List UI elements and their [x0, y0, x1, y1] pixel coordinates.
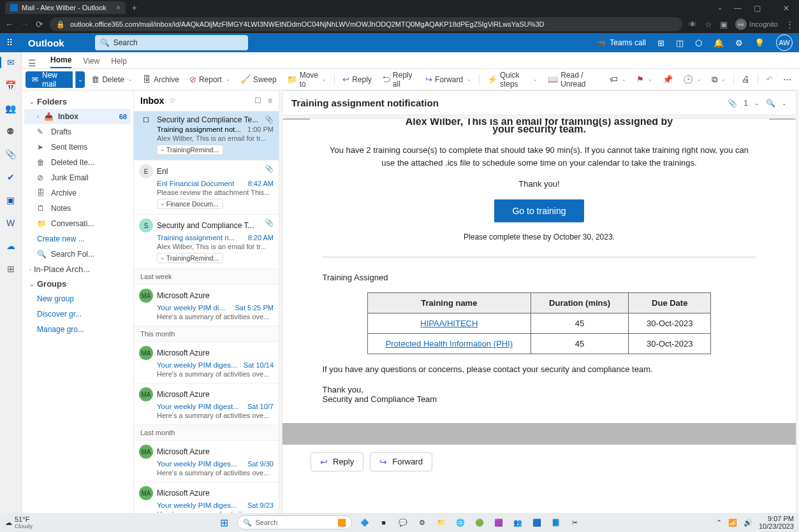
taskbar-app-icon[interactable]: 💬 [397, 516, 409, 529]
search-input[interactable]: 🔍 Search [95, 35, 248, 50]
window-dropdown-icon[interactable]: ⌄ [717, 4, 722, 11]
new-group-link[interactable]: New group [24, 291, 131, 306]
star-icon[interactable]: ☆ [169, 96, 176, 105]
message-item[interactable]: 📎 S Security and Compliance T... Trainin… [134, 215, 279, 269]
filter-icon[interactable]: ≡ [268, 96, 272, 105]
pin-button[interactable]: 📌 [659, 71, 677, 88]
print-button[interactable]: 🖨 [738, 71, 754, 88]
rail-files-icon[interactable]: 📎 [4, 148, 17, 161]
my-day-icon[interactable]: ◫ [676, 38, 684, 48]
rail-people-icon[interactable]: 👥 [4, 102, 17, 115]
discover-groups-link[interactable]: Discover gr... [24, 306, 131, 322]
taskbar-app-icon[interactable]: 🔷 [358, 516, 371, 529]
account-avatar[interactable]: AW [776, 34, 793, 51]
eye-off-icon[interactable]: 👁 [689, 20, 697, 29]
attachment-chip[interactable]: ▫TrainingRemind... [157, 253, 223, 263]
attachment-icon[interactable]: 📎 [728, 99, 737, 108]
checkbox-icon[interactable]: ☐ [139, 116, 153, 124]
read-unread-button[interactable]: 📖Read / Unread [544, 71, 603, 88]
bookmark-icon[interactable]: ☆ [705, 20, 712, 29]
reading-body[interactable]: Alex Wilber, This is an email for traini… [282, 118, 796, 529]
sweep-button[interactable]: 🧹Sweep [237, 71, 281, 88]
hamburger-icon[interactable]: ☰ [28, 58, 36, 68]
taskbar-explorer-icon[interactable]: 📁 [435, 516, 448, 529]
training-link[interactable]: HIPAA/HITECH [420, 319, 478, 328]
rail-groups-icon[interactable]: ⚉ [4, 125, 17, 138]
taskbar-app-icon[interactable]: ■ [378, 516, 390, 529]
manage-groups-link[interactable]: Manage gro... [24, 322, 131, 337]
rail-calendar-icon[interactable]: 📅 [4, 79, 17, 92]
forward-action-button[interactable]: ↪Forward [370, 452, 432, 471]
teams-call-button[interactable]: 📹 Teams call [596, 38, 646, 47]
notifications-icon[interactable]: 🔔 [714, 38, 724, 48]
rail-mail-icon[interactable]: ✉ [4, 56, 17, 69]
message-item[interactable]: MA Microsoft Azure Your weekly PIM diges… [134, 384, 279, 425]
tips-icon[interactable]: 💡 [754, 38, 765, 48]
maximize-icon[interactable]: ▢ [754, 4, 761, 13]
message-item[interactable]: MA Microsoft Azure Your weekly PIM di...… [134, 285, 279, 326]
ribbon-toggle-icon[interactable]: ⬡ [695, 38, 702, 48]
tray-wifi-icon[interactable]: 📶 [728, 519, 737, 527]
rail-app1-icon[interactable]: ▣ [4, 194, 17, 206]
meet-now-icon[interactable]: ⊞ [657, 38, 664, 48]
taskbar-word-icon[interactable]: 📘 [550, 516, 562, 529]
reload-icon[interactable]: ⟳ [36, 19, 43, 29]
taskbar-edge-icon[interactable]: 🌐 [454, 516, 467, 529]
delete-button[interactable]: 🗑Delete⌄ [87, 71, 136, 88]
reply-button[interactable]: ↩Reply [339, 71, 376, 88]
create-folder-link[interactable]: Create new ... [24, 231, 131, 247]
settings-icon[interactable]: ⚙ [735, 38, 743, 48]
folders-header[interactable]: ⌄Folders [24, 94, 131, 109]
taskbar-app-icon[interactable]: 🟦 [531, 516, 543, 529]
archive-button[interactable]: 🗄Archive [139, 71, 183, 88]
attachment-chip[interactable]: ▫TrainingRemind... [157, 145, 223, 155]
taskbar-chrome-icon[interactable]: 🟢 [473, 516, 486, 529]
training-link[interactable]: Protected Health Information (PHI) [386, 339, 513, 349]
chevron-down-icon[interactable]: ⌄ [782, 100, 787, 106]
browser-tab[interactable]: Mail - Alex Wilber - Outlook × [5, 1, 126, 14]
rail-todo-icon[interactable]: ✔ [4, 171, 17, 183]
message-item[interactable]: 📎 ☐ Security and Compliance Te... Traini… [134, 111, 279, 161]
reply-all-button[interactable]: ⮌Reply all [378, 71, 419, 88]
rail-word-icon[interactable]: W [4, 217, 17, 229]
more-actions-button[interactable]: ⧉⌄ [708, 71, 729, 88]
message-item[interactable]: MA Microsoft Azure Your weekly PIM diges… [134, 441, 279, 482]
rail-onedrive-icon[interactable]: ☁ [4, 240, 17, 252]
new-tab-button[interactable]: + [132, 3, 137, 13]
flag-button[interactable]: ⚑⌄ [633, 71, 656, 88]
snooze-button[interactable]: 🕒⌄ [679, 71, 705, 88]
tab-view[interactable]: View [83, 57, 99, 68]
minimize-icon[interactable]: — [734, 4, 742, 13]
forward-button[interactable]: ↪Forward⌄ [421, 71, 475, 88]
message-list-body[interactable]: 📎 ☐ Security and Compliance Te... Traini… [134, 111, 279, 532]
attachment-chip[interactable]: ▫Finance Docum... [157, 199, 223, 209]
menu-icon[interactable]: ⋮ [786, 20, 794, 29]
move-to-button[interactable]: 📁Move to⌄ [283, 71, 331, 88]
window-close-icon[interactable]: ✕ [783, 4, 789, 13]
taskbar-app-icon[interactable]: ⚙ [416, 516, 429, 529]
folder-deleted[interactable]: 🗑Deleted Ite... [24, 155, 131, 170]
taskbar-app-icon[interactable]: 🟪 [492, 516, 505, 529]
folder-sent[interactable]: ➤Sent Items [24, 140, 131, 155]
app-launcher-icon[interactable]: ⠿ [6, 38, 24, 48]
folder-search[interactable]: 🔍Search Fol... [24, 247, 131, 262]
report-button[interactable]: ⊘Report⌄ [186, 71, 234, 88]
new-mail-button[interactable]: ✉New mail [26, 71, 73, 88]
taskbar-app-icon[interactable]: ✂ [569, 516, 582, 529]
tab-help[interactable]: Help [111, 57, 127, 68]
message-item[interactable]: MA Microsoft Azure Your weekly PIM diges… [134, 342, 279, 384]
folder-notes[interactable]: 🗒Notes [24, 201, 131, 216]
tray-chevron-icon[interactable]: ⌃ [716, 519, 722, 527]
close-icon[interactable]: × [116, 4, 120, 11]
taskbar-teams-icon[interactable]: 👥 [511, 516, 524, 529]
url-input[interactable]: 🔒 outlook.office365.com/mail/inbox/id/AA… [50, 17, 682, 31]
incognito-indicator[interactable]: 🕶 Incognito [735, 18, 778, 30]
tag-button[interactable]: 🏷⌄ [606, 71, 630, 88]
tray-volume-icon[interactable]: 🔊 [744, 519, 752, 527]
folder-junk[interactable]: ⊘Junk Email [24, 170, 131, 185]
chevron-down-icon[interactable]: ⌄ [754, 100, 759, 106]
folder-drafts[interactable]: ✎Drafts [24, 124, 131, 140]
taskbar-clock[interactable]: 9:07 PM 10/23/2023 [759, 515, 794, 530]
back-icon[interactable]: ← [5, 19, 14, 29]
overflow-button[interactable]: ⋯ [779, 71, 795, 88]
